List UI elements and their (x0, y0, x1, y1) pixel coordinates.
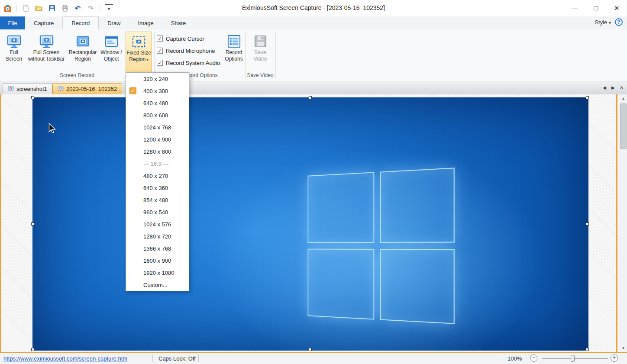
document-tab-active[interactable]: 2023-05-16_102352 (52, 83, 122, 94)
captured-image (32, 97, 588, 351)
quick-access-toolbar: ↶ ↷ ▾ (3, 3, 113, 13)
customize-toolbar-button[interactable]: ▾ (105, 4, 113, 13)
size-option[interactable]: 640 x 480 (126, 97, 189, 109)
chevron-down-icon: ▾ (146, 58, 149, 62)
checkbox-checked-icon: ✓ (157, 60, 163, 66)
selection-handle-bottom-right[interactable] (586, 348, 589, 351)
close-button[interactable]: ✕ (606, 0, 627, 16)
ribbon: Full Screen Full Screen without TaskBar … (0, 29, 627, 81)
size-option[interactable]: 1280 x 720 (126, 230, 189, 242)
windows-logo-pane (307, 249, 374, 320)
tab-share[interactable]: Share (162, 16, 195, 29)
full-screen-without-taskbar-button[interactable]: Full Screen without TaskBar (26, 32, 67, 62)
checkbox-checked-icon: ✓ (157, 48, 163, 54)
window-controls: — □ ✕ (565, 0, 627, 16)
menubar-right: Style ▾ ? (595, 18, 623, 26)
rectangular-region-button[interactable]: Rectangular Region (68, 32, 98, 62)
selection-handle-top-left[interactable] (31, 96, 34, 99)
tab-scroll-right-button[interactable]: ▶ (611, 85, 615, 90)
tab-scroll-left-button[interactable]: ◀ (603, 85, 606, 90)
zoom-slider-track[interactable] (542, 358, 608, 359)
selection-handle-top-center[interactable] (309, 96, 312, 99)
window-title: EximiousSoft Screen Capture - [2023-05-1… (130, 4, 497, 11)
tab-image[interactable]: Image (129, 16, 162, 29)
record-system-audio-checkbox[interactable]: ✓ Record System Audio (157, 59, 220, 67)
window-object-button[interactable]: Window / Object (99, 32, 124, 62)
website-link[interactable]: https://www.eximioussoft.com/screen-capt… (3, 355, 127, 362)
size-option[interactable]: 1024 x 576 (126, 218, 189, 230)
scroll-up-button[interactable]: ▲ (619, 94, 627, 102)
size-option[interactable]: 960 x 540 (126, 206, 189, 218)
selection-handle-bottom-left[interactable] (31, 348, 34, 351)
zoom-slider-thumb[interactable] (571, 355, 575, 362)
open-file-button[interactable] (35, 4, 43, 13)
editor-canvas: ▲ ▼ (0, 94, 627, 352)
caps-lock-status: Caps Lock: Off (158, 355, 196, 362)
selection-handle-mid-right[interactable] (586, 222, 589, 225)
size-option[interactable]: 1280 x 800 (126, 145, 189, 158)
full-screen-button[interactable]: Full Screen (3, 32, 25, 62)
tab-draw[interactable]: Draw (99, 16, 129, 29)
group-separator (245, 32, 246, 79)
checkbox-checked-icon: ✓ (157, 35, 163, 42)
windows-logo-pane (380, 249, 455, 324)
new-document-button[interactable] (22, 4, 30, 13)
document-tab-screenshot1[interactable]: screenshot1 (3, 83, 52, 94)
size-option[interactable]: 320 x 240 (126, 73, 189, 85)
zoom-in-button[interactable]: + (611, 354, 618, 362)
style-dropdown[interactable]: Style ▾ (595, 19, 611, 26)
scrollbar-thumb[interactable] (620, 103, 627, 149)
save-button[interactable] (48, 4, 56, 13)
vertical-scrollbar[interactable]: ▲ ▼ (619, 94, 627, 352)
save-video-button[interactable]: Save Video (248, 32, 273, 62)
size-option[interactable]: 640 x 360 (126, 182, 189, 194)
scroll-down-button[interactable]: ▼ (619, 344, 627, 352)
ribbon-tab-bar: File Capture Record Draw Image Share (0, 16, 627, 29)
size-option[interactable]: 854 x 480 (126, 194, 189, 206)
size-option-custom[interactable]: Custom... (126, 279, 189, 291)
record-options-icon (227, 33, 241, 49)
windows-logo (307, 168, 454, 324)
size-option[interactable]: 1920 x 1080 (126, 267, 189, 279)
size-option-selected[interactable]: ✓ 400 x 300 (126, 85, 189, 97)
check-icon: ✓ (129, 87, 136, 94)
group-separator (275, 32, 276, 79)
separator (100, 5, 100, 12)
tab-record[interactable]: Record (62, 16, 99, 29)
window-object-icon (104, 33, 119, 49)
help-button[interactable]: ? (615, 18, 623, 26)
record-microphone-checkbox[interactable]: ✓ Record Microphone (157, 47, 215, 55)
minimize-button[interactable]: — (565, 0, 585, 16)
fixed-size-region-button[interactable]: Fixed-Size Region▾ (126, 32, 152, 72)
size-option[interactable]: 1024 x 768 (126, 121, 189, 133)
selection-handle-top-right[interactable] (586, 96, 589, 99)
rectangular-region-icon (76, 33, 90, 49)
selection-handle-mid-left[interactable] (31, 222, 34, 225)
fixed-size-dropdown-menu: 320 x 240 ✓ 400 x 300 640 x 480 800 x 60… (126, 72, 189, 291)
tab-file[interactable]: File (0, 16, 25, 29)
zoom-level: 100% (507, 355, 522, 362)
tab-close-button[interactable]: ✕ (620, 85, 624, 90)
record-options-button[interactable]: Record Options (222, 32, 246, 62)
separator (16, 5, 17, 12)
save-video-icon (253, 33, 268, 49)
size-option[interactable]: 1366 x 768 (126, 242, 189, 254)
size-option[interactable]: 800 x 600 (126, 109, 189, 121)
undo-button[interactable]: ↶ (74, 4, 82, 13)
print-button[interactable] (61, 4, 69, 13)
size-option[interactable]: 1600 x 900 (126, 254, 189, 267)
full-screen-icon (7, 33, 21, 49)
tab-capture[interactable]: Capture (25, 16, 62, 29)
zoom-out-button[interactable]: − (530, 354, 537, 362)
app-logo-icon (3, 4, 12, 13)
capture-cursor-checkbox[interactable]: ✓ Capture Cursor (157, 35, 204, 42)
mouse-cursor-icon (47, 123, 57, 136)
redo-button[interactable]: ↷ (87, 4, 95, 13)
selection-handle-bottom-center[interactable] (309, 348, 312, 351)
tab-navigation: ◀ ▶ ✕ (603, 85, 624, 90)
full-screen-no-taskbar-icon (39, 33, 54, 49)
size-option[interactable]: 480 x 270 (126, 170, 189, 182)
size-option[interactable]: 1200 x 900 (126, 133, 189, 145)
maximize-button[interactable]: □ (585, 0, 606, 16)
chevron-down-icon: ▾ (609, 20, 611, 25)
